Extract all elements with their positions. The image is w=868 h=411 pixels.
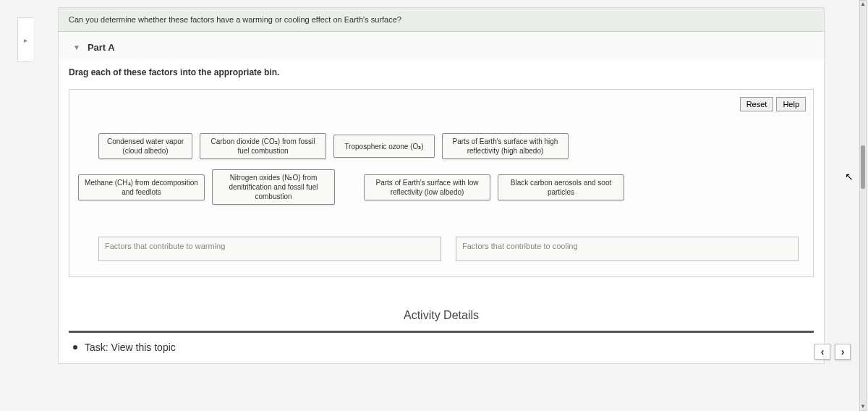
card-area: Condensed water vapor (cloud albedo) Car…	[69, 90, 813, 229]
page-nav-arrows: ‹ ›	[814, 344, 851, 360]
card-row-2: Methane (CH₄) from decomposition and fee…	[98, 169, 799, 205]
next-page-button[interactable]: ›	[835, 344, 851, 360]
draggable-card[interactable]: Parts of Earth's surface with high refle…	[442, 133, 569, 159]
draggable-card[interactable]: Parts of Earth's surface with low reflec…	[364, 174, 490, 200]
bin-cooling-label: Factors that contribute to cooling	[462, 242, 578, 250]
side-expand-tab[interactable]: ▸	[17, 17, 33, 62]
draggable-card[interactable]: Condensed water vapor (cloud albedo)	[98, 133, 192, 159]
draggable-card[interactable]: Carbon dioxide (CO₂) from fossil fuel co…	[200, 133, 326, 159]
scroll-down-icon[interactable]: ▼	[860, 403, 866, 410]
task-row[interactable]: Task: View this topic	[59, 342, 824, 363]
help-button[interactable]: Help	[776, 97, 806, 111]
part-label: Part A	[88, 42, 115, 53]
task-text: Task: View this topic	[85, 342, 176, 353]
draggable-card[interactable]: Tropospheric ozone (O₃)	[333, 135, 435, 158]
bullet-icon	[73, 345, 77, 349]
reset-button[interactable]: Reset	[740, 97, 774, 111]
question-text: Can you determine whether these factors …	[69, 15, 401, 24]
activity-details-heading: Activity Details	[59, 292, 824, 331]
question-header: Can you determine whether these factors …	[59, 8, 824, 32]
divider-rule	[69, 331, 814, 333]
workspace-buttons: Reset Help	[740, 97, 806, 111]
bins-row: Factors that contribute to warming Facto…	[98, 237, 799, 261]
chevron-down-icon: ▼	[73, 43, 80, 51]
scroll-up-icon[interactable]: ▲	[860, 1, 866, 8]
draggable-card[interactable]: Methane (CH₄) from decomposition and fee…	[78, 174, 205, 200]
draggable-card[interactable]: Black carbon aerosols and soot particles	[498, 174, 624, 200]
instructions: Drag each of these factors into the appr…	[59, 60, 824, 85]
draggable-card[interactable]: Nitrogen oxides (N₂O) from denitrificati…	[212, 169, 335, 205]
vertical-scrollbar[interactable]: ▲ ▼	[859, 0, 867, 411]
scrollbar-thumb[interactable]	[861, 145, 865, 189]
content-sheet: Can you determine whether these factors …	[58, 7, 825, 364]
prev-page-button[interactable]: ‹	[814, 344, 830, 360]
bin-warming[interactable]: Factors that contribute to warming	[98, 237, 441, 261]
card-row-1: Condensed water vapor (cloud albedo) Car…	[98, 133, 799, 159]
bin-cooling[interactable]: Factors that contribute to cooling	[456, 237, 799, 261]
drag-drop-workspace: Reset Help Condensed water vapor (cloud …	[69, 89, 814, 277]
part-bar[interactable]: ▼ Part A	[59, 32, 824, 60]
bin-warming-label: Factors that contribute to warming	[105, 242, 225, 250]
cursor-icon: ↖	[845, 171, 854, 182]
